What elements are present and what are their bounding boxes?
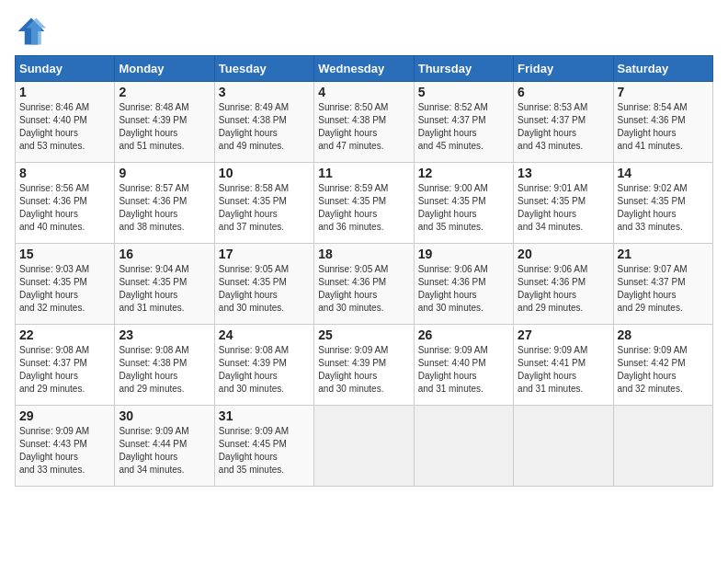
weekday-header-row: SundayMondayTuesdayWednesdayThursdayFrid… <box>16 56 713 82</box>
day-info: Sunrise: 9:06 AM Sunset: 4:36 PM Dayligh… <box>418 263 509 315</box>
calendar-day-cell: 31 Sunrise: 9:09 AM Sunset: 4:45 PM Dayl… <box>214 406 313 487</box>
day-number: 11 <box>318 166 409 180</box>
day-number: 23 <box>119 327 210 342</box>
calendar-day-cell: 10 Sunrise: 8:58 AM Sunset: 4:35 PM Dayl… <box>214 163 313 244</box>
logo <box>15 15 51 48</box>
day-info: Sunrise: 9:05 AM Sunset: 4:35 PM Dayligh… <box>219 263 310 315</box>
day-number: 5 <box>418 85 509 99</box>
weekday-header-cell: Thursday <box>414 56 513 82</box>
day-number: 27 <box>518 327 609 342</box>
calendar-day-cell: 28 Sunrise: 9:09 AM Sunset: 4:42 PM Dayl… <box>613 325 712 406</box>
day-number: 21 <box>618 247 709 261</box>
calendar-day-cell: 11 Sunrise: 8:59 AM Sunset: 4:35 PM Dayl… <box>314 163 414 244</box>
day-number: 18 <box>318 247 409 261</box>
day-number: 28 <box>618 327 709 342</box>
day-info: Sunrise: 8:48 AM Sunset: 4:39 PM Dayligh… <box>119 101 210 153</box>
calendar-day-cell: 18 Sunrise: 9:05 AM Sunset: 4:36 PM Dayl… <box>314 244 414 325</box>
day-info: Sunrise: 9:08 AM Sunset: 4:37 PM Dayligh… <box>19 344 110 396</box>
day-info: Sunrise: 8:50 AM Sunset: 4:38 PM Dayligh… <box>318 101 409 153</box>
day-info: Sunrise: 9:09 AM Sunset: 4:39 PM Dayligh… <box>318 344 409 396</box>
day-info: Sunrise: 9:06 AM Sunset: 4:36 PM Dayligh… <box>518 263 609 315</box>
day-number: 16 <box>119 247 210 261</box>
calendar-day-cell: 22 Sunrise: 9:08 AM Sunset: 4:37 PM Dayl… <box>16 325 115 406</box>
calendar-day-cell: 15 Sunrise: 9:03 AM Sunset: 4:35 PM Dayl… <box>16 244 115 325</box>
day-info: Sunrise: 8:52 AM Sunset: 4:37 PM Dayligh… <box>418 101 509 153</box>
day-info: Sunrise: 8:53 AM Sunset: 4:37 PM Dayligh… <box>518 101 609 153</box>
weekday-header-cell: Wednesday <box>314 56 414 82</box>
calendar-day-cell: 3 Sunrise: 8:49 AM Sunset: 4:38 PM Dayli… <box>214 82 313 163</box>
calendar-table: SundayMondayTuesdayWednesdayThursdayFrid… <box>15 55 713 487</box>
day-info: Sunrise: 9:01 AM Sunset: 4:35 PM Dayligh… <box>518 182 609 234</box>
calendar-day-cell: 21 Sunrise: 9:07 AM Sunset: 4:37 PM Dayl… <box>613 244 712 325</box>
day-number: 31 <box>219 408 310 423</box>
calendar-day-cell: 20 Sunrise: 9:06 AM Sunset: 4:36 PM Dayl… <box>514 244 613 325</box>
calendar-day-cell: 27 Sunrise: 9:09 AM Sunset: 4:41 PM Dayl… <box>514 325 613 406</box>
day-info: Sunrise: 9:08 AM Sunset: 4:38 PM Dayligh… <box>119 344 210 396</box>
calendar-day-cell: 9 Sunrise: 8:57 AM Sunset: 4:36 PM Dayli… <box>115 163 214 244</box>
calendar-week-row: 29 Sunrise: 9:09 AM Sunset: 4:43 PM Dayl… <box>16 406 713 487</box>
day-number: 25 <box>318 327 409 342</box>
calendar-day-cell <box>414 406 513 487</box>
calendar-day-cell: 6 Sunrise: 8:53 AM Sunset: 4:37 PM Dayli… <box>514 82 613 163</box>
day-info: Sunrise: 9:02 AM Sunset: 4:35 PM Dayligh… <box>618 182 709 234</box>
weekday-header-cell: Sunday <box>16 56 115 82</box>
calendar-week-row: 8 Sunrise: 8:56 AM Sunset: 4:36 PM Dayli… <box>16 163 713 244</box>
day-info: Sunrise: 9:09 AM Sunset: 4:41 PM Dayligh… <box>518 344 609 396</box>
day-info: Sunrise: 8:59 AM Sunset: 4:35 PM Dayligh… <box>318 182 409 234</box>
calendar-day-cell <box>613 406 712 487</box>
day-number: 24 <box>219 327 310 342</box>
calendar-day-cell: 29 Sunrise: 9:09 AM Sunset: 4:43 PM Dayl… <box>16 406 115 487</box>
day-info: Sunrise: 8:56 AM Sunset: 4:36 PM Dayligh… <box>19 182 110 234</box>
day-number: 1 <box>19 85 110 99</box>
day-number: 2 <box>119 85 210 99</box>
calendar-day-cell: 1 Sunrise: 8:46 AM Sunset: 4:40 PM Dayli… <box>16 82 115 163</box>
calendar-day-cell <box>514 406 613 487</box>
day-number: 7 <box>618 85 709 99</box>
calendar-day-cell: 16 Sunrise: 9:04 AM Sunset: 4:35 PM Dayl… <box>115 244 214 325</box>
weekday-header-cell: Tuesday <box>214 56 313 82</box>
calendar-day-cell: 24 Sunrise: 9:08 AM Sunset: 4:39 PM Dayl… <box>214 325 313 406</box>
calendar-day-cell: 25 Sunrise: 9:09 AM Sunset: 4:39 PM Dayl… <box>314 325 414 406</box>
day-number: 17 <box>219 247 310 261</box>
day-info: Sunrise: 9:05 AM Sunset: 4:36 PM Dayligh… <box>318 263 409 315</box>
day-number: 4 <box>318 85 409 99</box>
day-info: Sunrise: 9:08 AM Sunset: 4:39 PM Dayligh… <box>219 344 310 396</box>
calendar-day-cell: 23 Sunrise: 9:08 AM Sunset: 4:38 PM Dayl… <box>115 325 214 406</box>
calendar-week-row: 15 Sunrise: 9:03 AM Sunset: 4:35 PM Dayl… <box>16 244 713 325</box>
weekday-header-cell: Saturday <box>613 56 712 82</box>
calendar-day-cell: 7 Sunrise: 8:54 AM Sunset: 4:36 PM Dayli… <box>613 82 712 163</box>
day-number: 3 <box>219 85 310 99</box>
calendar-day-cell: 17 Sunrise: 9:05 AM Sunset: 4:35 PM Dayl… <box>214 244 313 325</box>
day-info: Sunrise: 9:09 AM Sunset: 4:44 PM Dayligh… <box>119 425 210 477</box>
page-header <box>15 15 713 48</box>
day-number: 19 <box>418 247 509 261</box>
calendar-day-cell: 26 Sunrise: 9:09 AM Sunset: 4:40 PM Dayl… <box>414 325 513 406</box>
weekday-header-cell: Friday <box>514 56 613 82</box>
calendar-day-cell: 4 Sunrise: 8:50 AM Sunset: 4:38 PM Dayli… <box>314 82 414 163</box>
day-info: Sunrise: 9:04 AM Sunset: 4:35 PM Dayligh… <box>119 263 210 315</box>
day-number: 22 <box>19 327 110 342</box>
calendar-day-cell: 5 Sunrise: 8:52 AM Sunset: 4:37 PM Dayli… <box>414 82 513 163</box>
day-info: Sunrise: 9:07 AM Sunset: 4:37 PM Dayligh… <box>618 263 709 315</box>
calendar-day-cell: 14 Sunrise: 9:02 AM Sunset: 4:35 PM Dayl… <box>613 163 712 244</box>
day-number: 10 <box>219 166 310 180</box>
calendar-week-row: 1 Sunrise: 8:46 AM Sunset: 4:40 PM Dayli… <box>16 82 713 163</box>
day-number: 13 <box>518 166 609 180</box>
calendar-body: 1 Sunrise: 8:46 AM Sunset: 4:40 PM Dayli… <box>16 82 713 487</box>
day-number: 14 <box>618 166 709 180</box>
weekday-header-cell: Monday <box>115 56 214 82</box>
calendar-week-row: 22 Sunrise: 9:08 AM Sunset: 4:37 PM Dayl… <box>16 325 713 406</box>
day-info: Sunrise: 9:09 AM Sunset: 4:43 PM Dayligh… <box>19 425 110 477</box>
calendar-day-cell <box>314 406 414 487</box>
day-number: 30 <box>119 408 210 423</box>
day-number: 20 <box>518 247 609 261</box>
day-number: 26 <box>418 327 509 342</box>
logo-icon <box>15 15 48 48</box>
calendar-day-cell: 19 Sunrise: 9:06 AM Sunset: 4:36 PM Dayl… <box>414 244 513 325</box>
calendar-day-cell: 30 Sunrise: 9:09 AM Sunset: 4:44 PM Dayl… <box>115 406 214 487</box>
day-info: Sunrise: 8:57 AM Sunset: 4:36 PM Dayligh… <box>119 182 210 234</box>
day-info: Sunrise: 8:46 AM Sunset: 4:40 PM Dayligh… <box>19 101 110 153</box>
calendar-day-cell: 2 Sunrise: 8:48 AM Sunset: 4:39 PM Dayli… <box>115 82 214 163</box>
day-number: 12 <box>418 166 509 180</box>
day-info: Sunrise: 9:00 AM Sunset: 4:35 PM Dayligh… <box>418 182 509 234</box>
